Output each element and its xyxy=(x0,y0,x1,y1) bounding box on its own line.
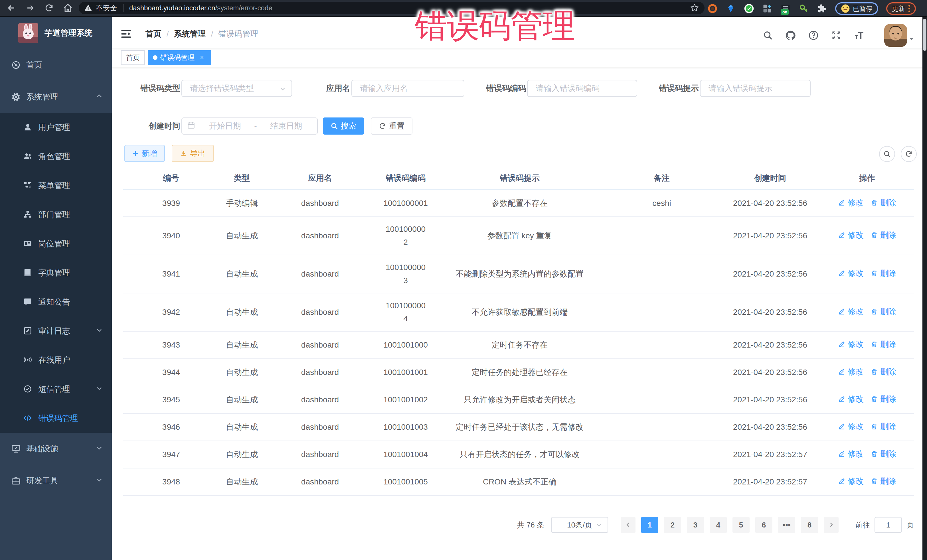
sidebar-item-sms[interactable]: 短信管理 xyxy=(0,375,112,404)
page-button[interactable]: 2 xyxy=(664,517,681,533)
show-search-button[interactable] xyxy=(879,146,895,162)
header-search-icon[interactable] xyxy=(757,20,779,51)
date-separator: - xyxy=(251,121,260,131)
address-bar[interactable]: 不安全 dashboard.yudao.iocoder.cn/system/er… xyxy=(79,2,705,14)
extensions-puzzle-icon[interactable] xyxy=(817,3,827,14)
page-button[interactable]: 3 xyxy=(687,517,704,533)
date-start-input[interactable]: 开始日期 xyxy=(199,121,251,132)
browser-home-icon[interactable] xyxy=(63,3,73,13)
page-size-select[interactable]: 10条/页 xyxy=(551,517,608,533)
refresh-table-button[interactable] xyxy=(901,146,917,162)
extension-gem-icon[interactable] xyxy=(726,3,736,14)
browser-menu-icon[interactable] xyxy=(909,5,910,12)
browser-update-chip[interactable]: 更新 xyxy=(886,2,916,15)
fullscreen-icon[interactable] xyxy=(825,20,848,51)
page-ellipsis[interactable]: ••• xyxy=(778,517,795,533)
hamburger-icon[interactable] xyxy=(112,20,140,48)
delete-link[interactable]: 删除 xyxy=(871,338,896,351)
github-icon[interactable] xyxy=(779,20,802,51)
edit-link[interactable]: 修改 xyxy=(838,267,864,280)
search-button[interactable]: 搜索 xyxy=(323,117,364,135)
page-button[interactable]: 8 xyxy=(801,517,818,533)
reset-button[interactable]: 重置 xyxy=(371,117,412,135)
error-code-input[interactable] xyxy=(528,80,637,96)
next-page-button[interactable] xyxy=(824,517,839,533)
browser-forward-icon[interactable] xyxy=(25,3,35,13)
bookmark-star-icon[interactable] xyxy=(690,3,699,14)
tag-home[interactable]: 首页 xyxy=(121,50,145,65)
extension-grid-icon[interactable] xyxy=(762,3,772,14)
sidebar-item-departments[interactable]: 部门管理 xyxy=(0,200,112,229)
page-button[interactable]: 4 xyxy=(710,517,727,533)
tree-icon xyxy=(23,210,32,219)
table-cell: 定时任务已经处于该状态，无需修改 xyxy=(436,413,603,441)
sidebar-item-posts[interactable]: 岗位管理 xyxy=(0,229,112,258)
text-size-icon[interactable] xyxy=(848,20,871,51)
table-cell: dashboard xyxy=(265,386,375,413)
tag-error-code[interactable]: 错误码管理 × xyxy=(148,50,211,65)
browser-back-icon[interactable] xyxy=(6,3,17,13)
delete-link[interactable]: 删除 xyxy=(871,267,896,280)
prev-page-button[interactable] xyxy=(621,517,635,533)
extension-key-icon[interactable] xyxy=(799,3,809,14)
browser-profile-chip[interactable]: 已暂停 xyxy=(835,2,878,15)
avatar[interactable] xyxy=(884,24,907,47)
export-button[interactable]: 导出 xyxy=(172,145,214,162)
help-icon[interactable] xyxy=(802,20,825,51)
page-button[interactable]: 5 xyxy=(732,517,749,533)
delete-link[interactable]: 删除 xyxy=(871,229,896,242)
extension-proxy-on-icon[interactable]: on xyxy=(780,3,791,14)
app-name-input[interactable] xyxy=(352,80,464,96)
scrollbar-thumb[interactable] xyxy=(923,19,926,51)
sidebar-item-online-users[interactable]: 在线用户 xyxy=(0,346,112,375)
caret-down-icon[interactable] xyxy=(908,34,915,45)
edit-link[interactable]: 修改 xyxy=(838,393,864,406)
edit-link[interactable]: 修改 xyxy=(838,475,864,488)
jump-page-input[interactable] xyxy=(874,517,902,533)
delete-link[interactable]: 删除 xyxy=(871,365,896,378)
edit-link[interactable]: 修改 xyxy=(838,338,864,351)
delete-link[interactable]: 删除 xyxy=(871,448,896,460)
edit-link[interactable]: 修改 xyxy=(838,365,864,378)
add-button[interactable]: 新增 xyxy=(125,145,165,162)
sidebar-item-home[interactable]: 首页 xyxy=(0,49,112,81)
delete-link[interactable]: 删除 xyxy=(871,475,896,488)
page-button[interactable]: 6 xyxy=(755,517,772,533)
delete-link[interactable]: 删除 xyxy=(871,305,896,318)
tag-close-icon[interactable]: × xyxy=(198,54,206,62)
edit-link[interactable]: 修改 xyxy=(838,305,864,318)
sidebar-item-system[interactable]: 系统管理 xyxy=(0,81,112,113)
sidebar-item-notice[interactable]: 通知公告 xyxy=(0,287,112,317)
breadcrumb-home[interactable]: 首页 xyxy=(146,29,161,39)
sidebar-item-infrastructure[interactable]: 基础设施 xyxy=(0,433,112,465)
sidebar-item-dev-tools[interactable]: 研发工具 xyxy=(0,465,112,497)
breadcrumb-system[interactable]: 系统管理 xyxy=(174,29,206,39)
page-button[interactable]: 1 xyxy=(641,517,658,533)
date-end-input[interactable]: 结束日期 xyxy=(260,121,312,132)
extension-green-circle-icon[interactable] xyxy=(744,3,754,14)
error-type-select[interactable]: 请选择错误码类型 xyxy=(181,80,292,97)
table-cell: 3945 xyxy=(123,386,219,413)
sidebar-item-menus[interactable]: 菜单管理 xyxy=(0,171,112,200)
security-label[interactable]: 不安全 xyxy=(96,3,117,12)
delete-link[interactable]: 删除 xyxy=(871,196,896,209)
edit-link[interactable]: 修改 xyxy=(838,196,864,209)
extension-orange-icon[interactable] xyxy=(707,3,718,14)
sidebar-logo[interactable]: 芋道管理系统 xyxy=(0,17,112,49)
sidebar-item-users[interactable]: 用户管理 xyxy=(0,113,112,142)
page-scrollbar[interactable] xyxy=(922,17,927,560)
date-range-picker[interactable]: 开始日期 - 结束日期 xyxy=(181,117,318,135)
sidebar-item-audit-log[interactable]: 审计日志 xyxy=(0,317,112,346)
pagination-total: 共 76 条 xyxy=(517,520,544,530)
browser-reload-icon[interactable] xyxy=(44,3,54,13)
delete-link[interactable]: 删除 xyxy=(871,393,896,406)
edit-link[interactable]: 修改 xyxy=(838,420,864,433)
edit-link[interactable]: 修改 xyxy=(838,448,864,460)
edit-link[interactable]: 修改 xyxy=(838,229,864,242)
sidebar-item-error-code[interactable]: 错误码管理 xyxy=(0,404,112,433)
sidebar-item-dict[interactable]: 字典管理 xyxy=(0,258,112,287)
sidebar-item-roles[interactable]: 角色管理 xyxy=(0,142,112,171)
table-cell: dashboard xyxy=(265,293,375,331)
error-hint-input[interactable] xyxy=(701,80,810,96)
delete-link[interactable]: 删除 xyxy=(871,420,896,433)
